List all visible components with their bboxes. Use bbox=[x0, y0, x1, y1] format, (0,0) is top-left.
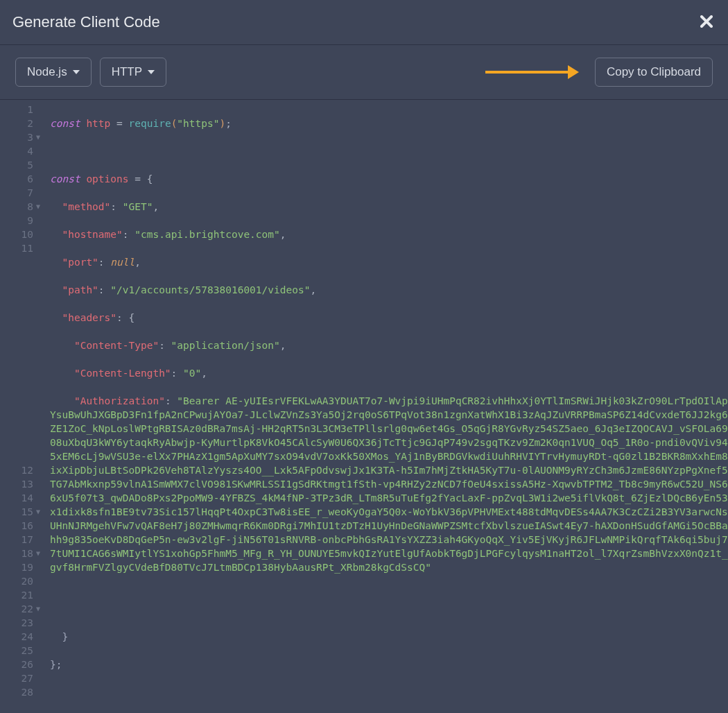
variant-label: HTTP bbox=[112, 65, 142, 79]
fold-icon[interactable]: ▼ bbox=[36, 602, 40, 616]
annotation-arrow bbox=[485, 69, 579, 76]
line-number: 23 bbox=[0, 616, 33, 630]
line-number: 6 bbox=[0, 172, 33, 186]
variant-dropdown[interactable]: HTTP bbox=[100, 58, 166, 87]
line-number: 21 bbox=[0, 588, 33, 602]
line-number: 19 bbox=[0, 560, 33, 574]
line-number: 14 bbox=[0, 491, 33, 505]
line-number: 15▼ bbox=[0, 505, 33, 519]
code-content[interactable]: const http = require("https"); const opt… bbox=[42, 103, 728, 713]
line-number: 20 bbox=[0, 574, 33, 588]
line-number: 4 bbox=[0, 144, 33, 158]
caret-down-icon bbox=[148, 70, 155, 74]
line-number: 22▼ bbox=[0, 602, 33, 616]
line-number: 18▼ bbox=[0, 547, 33, 560]
fold-icon[interactable]: ▼ bbox=[36, 130, 40, 144]
line-number: 12 bbox=[0, 463, 33, 477]
generate-code-modal: Generate Client Code Node.js HTTP Copy t… bbox=[0, 0, 728, 713]
caret-down-icon bbox=[73, 70, 80, 74]
close-icon[interactable] bbox=[700, 12, 713, 32]
line-number: 10 bbox=[0, 227, 33, 241]
line-gutter: 1 2 3▼ 4 5 6 7 8▼ 9 10 11 12 13 14 15▼ 1… bbox=[0, 103, 42, 713]
code-editor[interactable]: 1 2 3▼ 4 5 6 7 8▼ 9 10 11 12 13 14 15▼ 1… bbox=[0, 100, 728, 713]
fold-icon[interactable]: ▼ bbox=[36, 547, 40, 560]
line-number: 11 bbox=[0, 241, 33, 463]
toolbar: Node.js HTTP Copy to Clipboard bbox=[0, 45, 728, 100]
line-number: 1 bbox=[0, 103, 33, 117]
line-number: 24 bbox=[0, 630, 33, 644]
line-number: 16 bbox=[0, 519, 33, 533]
fold-icon[interactable]: ▼ bbox=[36, 505, 40, 519]
line-number: 7 bbox=[0, 186, 33, 200]
line-number: 28 bbox=[0, 685, 33, 699]
modal-title: Generate Client Code bbox=[12, 13, 160, 31]
language-dropdown[interactable]: Node.js bbox=[15, 58, 92, 87]
line-number: 13 bbox=[0, 477, 33, 491]
language-label: Node.js bbox=[27, 65, 67, 79]
line-number: 25 bbox=[0, 644, 33, 658]
modal-header: Generate Client Code bbox=[0, 0, 728, 45]
line-number: 5 bbox=[0, 158, 33, 172]
line-number: 27 bbox=[0, 671, 33, 685]
line-number: 9 bbox=[0, 214, 33, 227]
line-number: 17 bbox=[0, 533, 33, 547]
line-number: 26 bbox=[0, 658, 33, 671]
line-number: 3▼ bbox=[0, 130, 33, 144]
copy-to-clipboard-button[interactable]: Copy to Clipboard bbox=[595, 58, 713, 87]
fold-icon[interactable]: ▼ bbox=[36, 200, 40, 214]
line-number: 2 bbox=[0, 117, 33, 130]
line-number: 8▼ bbox=[0, 200, 33, 214]
